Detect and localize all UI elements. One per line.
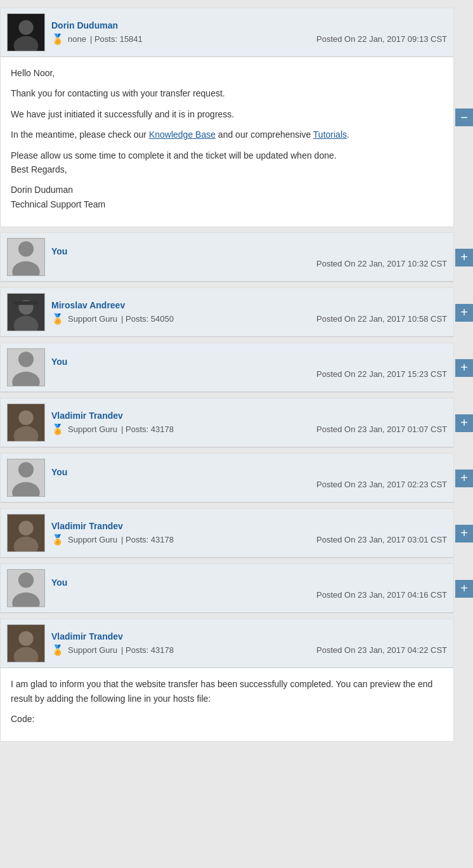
header-info: Vladimir Trandev🏅Support Guru| Posts: 43… xyxy=(51,521,447,546)
badge-icon: 🏅 xyxy=(51,423,64,435)
author-name[interactable]: Miroslav Andreev xyxy=(51,300,125,310)
role-label: Support Guru xyxy=(68,424,117,434)
post-toggle-button[interactable]: − xyxy=(455,109,473,126)
author-name[interactable]: You xyxy=(51,577,67,588)
post-container-post-3: Miroslav Andreev🏅Support Guru| Posts: 54… xyxy=(0,287,454,338)
post-date: Posted On 22 Jan, 2017 10:32 CST xyxy=(51,259,447,268)
svg-point-15 xyxy=(12,482,40,497)
avatar xyxy=(7,13,45,51)
author-meta: 🏅Support Guru| Posts: 54050Posted On 22 … xyxy=(51,313,447,325)
post-toggle-button[interactable]: + xyxy=(455,580,473,598)
svg-point-14 xyxy=(18,462,34,477)
svg-rect-8 xyxy=(14,301,39,305)
post-toggle-button[interactable]: + xyxy=(455,249,473,266)
posts-count: | Posts: 43178 xyxy=(121,645,174,655)
header-info: YouPosted On 23 Jan, 2017 04:16 CST xyxy=(51,577,447,600)
post-toggle-button[interactable]: + xyxy=(455,470,473,487)
post-container-post-4: YouPosted On 22 Jan, 2017 15:23 CST xyxy=(0,343,454,393)
posts-count: | Posts: 43178 xyxy=(121,535,174,544)
author-name[interactable]: You xyxy=(51,246,67,256)
author-name[interactable]: Vladimir Trandev xyxy=(51,411,123,421)
post-toggle-button[interactable]: + xyxy=(455,414,473,432)
svg-point-4 xyxy=(12,261,40,276)
post-paragraph: Please allow us some time to complete it… xyxy=(11,148,443,177)
author-name[interactable]: You xyxy=(51,357,67,367)
post-paragraph: Dorin DudumanTechnical Support Team xyxy=(11,183,443,211)
post-body: Hello Noor,Thank you for contacting us w… xyxy=(1,57,453,227)
author-meta: 🏅Support Guru| Posts: 43178Posted On 23 … xyxy=(51,644,447,656)
post-date: Posted On 23 Jan, 2017 04:22 CST xyxy=(316,645,447,655)
posts-list: Dorin Duduman🏅none| Posts: 15841Posted O… xyxy=(0,0,473,749)
post-paragraph: I am glad to inform you that the website… xyxy=(11,677,443,706)
author-meta: 🏅none| Posts: 15841Posted On 22 Jan, 201… xyxy=(51,33,447,45)
header-info: Vladimir Trandev🏅Support Guru| Posts: 43… xyxy=(51,411,447,435)
badge-icon: 🏅 xyxy=(51,644,64,656)
post-paragraph: In the meantime, please check our Knowle… xyxy=(11,128,443,141)
author-name[interactable]: Vladimir Trandev xyxy=(51,521,123,531)
post-wrapper: Dorin Duduman🏅none| Posts: 15841Posted O… xyxy=(0,8,473,227)
post-body: I am glad to inform you that the website… xyxy=(1,668,453,741)
post-toggle-button[interactable]: + xyxy=(455,525,473,542)
post-toggle-button[interactable]: + xyxy=(455,359,473,377)
post-header: Miroslav Andreev🏅Support Guru| Posts: 54… xyxy=(1,288,453,337)
post-paragraph: Code: xyxy=(11,712,443,726)
post-wrapper: Vladimir Trandev🏅Support Guru| Posts: 43… xyxy=(0,398,473,448)
post-toggle-button[interactable]: + xyxy=(455,304,473,322)
post-wrapper: Miroslav Andreev🏅Support Guru| Posts: 54… xyxy=(0,287,473,338)
header-info: Vladimir Trandev🏅Support Guru| Posts: 43… xyxy=(51,631,447,656)
post-container-post-5: Vladimir Trandev🏅Support Guru| Posts: 43… xyxy=(0,398,454,448)
badge-icon: 🏅 xyxy=(51,33,64,45)
posts-count: | Posts: 43178 xyxy=(121,424,174,434)
author-meta: 🏅Support Guru| Posts: 43178Posted On 23 … xyxy=(51,423,447,435)
post-container-post-1: Dorin Duduman🏅none| Posts: 15841Posted O… xyxy=(0,8,454,227)
post-date: Posted On 23 Jan, 2017 01:07 CST xyxy=(316,424,447,434)
author-meta: 🏅Support Guru| Posts: 43178Posted On 23 … xyxy=(51,534,447,546)
svg-point-12 xyxy=(18,411,33,425)
post-header: Vladimir Trandev🏅Support Guru| Posts: 43… xyxy=(1,619,453,668)
post-wrapper: Vladimir Trandev🏅Support Guru| Posts: 43… xyxy=(0,508,473,558)
svg-point-19 xyxy=(18,572,34,588)
svg-point-3 xyxy=(18,241,34,256)
badge-icon: 🏅 xyxy=(51,534,64,546)
post-wrapper: YouPosted On 23 Jan, 2017 02:23 CST+ xyxy=(0,453,473,503)
author-name[interactable]: You xyxy=(51,467,67,477)
post-date: Posted On 22 Jan, 2017 10:58 CST xyxy=(316,314,447,324)
post-header: Vladimir Trandev🏅Support Guru| Posts: 43… xyxy=(1,398,453,447)
post-date: Posted On 23 Jan, 2017 02:23 CST xyxy=(51,480,447,489)
post-header: Dorin Duduman🏅none| Posts: 15841Posted O… xyxy=(1,8,453,57)
post-wrapper: YouPosted On 22 Jan, 2017 15:23 CST+ xyxy=(0,343,473,393)
avatar xyxy=(7,348,45,386)
posts-count: | Posts: 54050 xyxy=(121,314,174,324)
post-date: Posted On 23 Jan, 2017 04:16 CST xyxy=(51,590,447,600)
avatar xyxy=(7,238,45,276)
post-date: Posted On 22 Jan, 2017 15:23 CST xyxy=(51,369,447,379)
post-wrapper: YouPosted On 22 Jan, 2017 10:32 CST+ xyxy=(0,232,473,282)
svg-point-9 xyxy=(18,352,34,367)
header-info: Dorin Duduman🏅none| Posts: 15841Posted O… xyxy=(51,20,447,45)
author-name[interactable]: Dorin Duduman xyxy=(51,20,118,30)
header-info: YouPosted On 22 Jan, 2017 10:32 CST xyxy=(51,246,447,268)
svg-point-20 xyxy=(12,592,40,607)
post-wrapper: Vladimir Trandev🏅Support Guru| Posts: 43… xyxy=(0,619,473,742)
avatar xyxy=(7,624,45,662)
post-paragraph: Hello Noor, xyxy=(11,66,443,80)
svg-point-1 xyxy=(18,20,33,35)
post-container-post-2: YouPosted On 22 Jan, 2017 10:32 CST xyxy=(0,232,454,282)
avatar xyxy=(7,404,45,442)
header-info: YouPosted On 23 Jan, 2017 02:23 CST xyxy=(51,467,447,489)
avatar xyxy=(7,514,45,552)
author-name[interactable]: Vladimir Trandev xyxy=(51,631,123,641)
post-header: YouPosted On 23 Jan, 2017 04:16 CST xyxy=(1,564,453,613)
svg-point-10 xyxy=(12,371,40,386)
post-paragraph: We have just initiated it successfully a… xyxy=(11,107,443,121)
avatar xyxy=(7,569,45,607)
post-date: Posted On 22 Jan, 2017 09:13 CST xyxy=(316,34,447,44)
avatar xyxy=(7,459,45,497)
post-header: YouPosted On 23 Jan, 2017 02:23 CST xyxy=(1,454,453,503)
post-header: YouPosted On 22 Jan, 2017 10:32 CST xyxy=(1,233,453,282)
svg-point-22 xyxy=(18,631,33,646)
post-container-post-7: Vladimir Trandev🏅Support Guru| Posts: 43… xyxy=(0,508,454,558)
svg-point-17 xyxy=(18,521,33,536)
badge-icon: 🏅 xyxy=(51,313,64,325)
post-container-post-8: YouPosted On 23 Jan, 2017 04:16 CST xyxy=(0,563,454,614)
